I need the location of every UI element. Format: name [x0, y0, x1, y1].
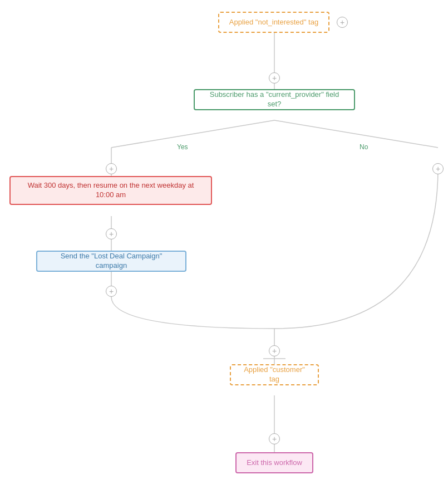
applied-not-interested-node[interactable]: Applied "not_interested" tag: [218, 12, 329, 33]
workflow-canvas: Applied "not_interested" tag + + Subscri…: [0, 0, 448, 504]
add-btn-1[interactable]: +: [269, 72, 280, 84]
svg-line-3: [274, 120, 438, 148]
wait-node[interactable]: Wait 300 days, then resume on the next w…: [9, 176, 212, 205]
add-btn-yes[interactable]: +: [106, 163, 117, 174]
add-btn-after-customer[interactable]: +: [269, 433, 280, 444]
exit-workflow-label: Exit this workflow: [247, 458, 302, 468]
no-label: No: [360, 143, 368, 151]
applied-not-interested-label: Applied "not_interested" tag: [229, 18, 318, 27]
wait-label: Wait 300 days, then resume on the next w…: [18, 181, 203, 200]
applied-customer-node[interactable]: Applied "customer" tag: [230, 364, 319, 385]
exit-workflow-node[interactable]: Exit this workflow: [235, 452, 313, 473]
send-campaign-node[interactable]: Send the "Lost Deal Campaign" campaign: [36, 251, 186, 272]
add-btn-after-wait[interactable]: +: [106, 228, 117, 239]
subscriber-condition-node[interactable]: Subscriber has a "current_provider" fiel…: [194, 89, 355, 110]
add-btn-after-campaign[interactable]: +: [106, 286, 117, 297]
yes-label: Yes: [177, 143, 188, 151]
subscriber-condition-label: Subscriber has a "current_provider" fiel…: [203, 90, 346, 109]
add-btn-merge[interactable]: +: [269, 345, 280, 356]
add-btn-no[interactable]: +: [432, 163, 444, 174]
svg-line-2: [111, 120, 274, 148]
send-campaign-label: Send the "Lost Deal Campaign" campaign: [45, 252, 178, 271]
applied-customer-label: Applied "customer" tag: [239, 365, 310, 384]
add-after-not-interested-button[interactable]: +: [337, 17, 348, 28]
